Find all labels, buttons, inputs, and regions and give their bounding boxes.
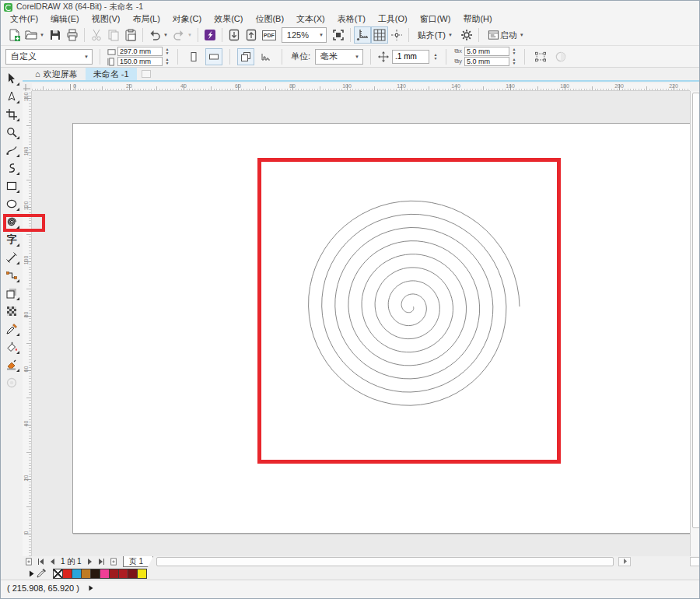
spiral-tool[interactable] [2, 212, 21, 230]
snap-to-label: 贴齐(T) [418, 30, 446, 41]
menu-item[interactable]: 效果(C) [208, 13, 249, 25]
horizontal-scrollbar-thumb[interactable] [156, 557, 614, 566]
menu-item[interactable]: 表格(T) [331, 13, 372, 25]
menu-item[interactable]: 视图(V) [86, 13, 127, 25]
zoom-tool[interactable] [2, 123, 21, 141]
shape-tool[interactable] [2, 87, 21, 105]
rectangle-tool[interactable] [2, 177, 21, 194]
options-button[interactable] [458, 26, 475, 44]
transparency-tool[interactable] [2, 302, 21, 320]
add-page-before-button[interactable] [23, 557, 34, 567]
show-guidelines-icon [390, 29, 403, 41]
freehand-tool[interactable] [2, 141, 21, 159]
vertical-ruler[interactable]: 160140120100806040200 [23, 91, 32, 556]
crop-tool[interactable] [2, 105, 21, 123]
color-swatch[interactable] [137, 569, 147, 579]
nudge-offset-input[interactable] [392, 50, 429, 64]
last-page-button[interactable] [96, 557, 108, 567]
import-button[interactable] [226, 26, 243, 44]
interactive-fill-tool-icon [6, 342, 17, 352]
text-tool[interactable]: 字 [2, 230, 21, 248]
ruler-label: 160 [506, 83, 515, 89]
pick-tool[interactable] [2, 69, 21, 87]
drop-shadow-tool[interactable] [2, 284, 21, 302]
scroll-right-button[interactable] [618, 557, 631, 566]
color-eyedropper-tool[interactable] [2, 320, 21, 338]
previous-page-button[interactable] [46, 557, 58, 567]
redo-button[interactable]: ▼ [170, 26, 194, 44]
duplicate-y-stepper[interactable]: ▲▼ [511, 58, 517, 65]
palette-eyedropper-button[interactable] [37, 569, 46, 578]
menu-item[interactable]: 文本(X) [290, 13, 331, 25]
new-button[interactable] [5, 26, 23, 44]
nudge-stepper[interactable]: ▲▼ [432, 53, 439, 61]
next-page-button[interactable] [85, 557, 96, 567]
menu-item[interactable]: 编辑(E) [44, 13, 86, 25]
menu-item[interactable]: 工具(O) [372, 13, 414, 25]
add-page-after-button[interactable] [108, 557, 120, 567]
paste-button[interactable] [122, 26, 139, 44]
fullscreen-preview-button[interactable] [330, 26, 347, 44]
show-guidelines-button[interactable] [388, 26, 405, 44]
tab-untitled-document[interactable]: 未命名 -1 [86, 68, 137, 80]
treat-as-filled-button[interactable] [532, 48, 549, 65]
window-title: CorelDRAW X8 (64-Bit) - 未命名 -1 [16, 2, 143, 12]
status-flyout-button[interactable] [89, 583, 93, 591]
page-height-input[interactable] [117, 57, 163, 66]
all-pages-size-button[interactable] [237, 48, 254, 65]
dimension-tool[interactable] [2, 248, 21, 266]
horizontal-scrollbar[interactable] [155, 557, 688, 567]
current-page-size-button[interactable] [257, 48, 275, 65]
flyout-indicator [16, 100, 19, 103]
page-preset-select[interactable]: 自定义 ▼ [5, 49, 93, 65]
drawing-canvas[interactable] [32, 91, 690, 556]
wireframe-toggle-button[interactable] [552, 48, 569, 65]
duplicate-y-input[interactable] [464, 57, 509, 66]
palette-flyout-button[interactable] [29, 570, 34, 577]
launch-button[interactable]: 启动▼ [482, 26, 530, 44]
show-grid-button[interactable] [371, 26, 388, 44]
show-rulers-button[interactable] [354, 26, 371, 44]
outline-tool[interactable] [2, 373, 21, 391]
page-width-stepper[interactable]: ▲▼ [164, 47, 170, 55]
save-button[interactable] [47, 26, 64, 44]
cut-button[interactable] [88, 26, 105, 44]
menu-item[interactable]: 对象(C) [166, 13, 208, 25]
vertical-scrollbar[interactable] [690, 91, 700, 556]
copy-button[interactable] [105, 26, 122, 44]
interactive-fill-tool[interactable] [2, 338, 21, 356]
ellipse-tool[interactable] [2, 194, 21, 212]
page-preset-value: 自定义 [11, 51, 37, 62]
page-height-stepper[interactable]: ▲▼ [164, 58, 170, 65]
horizontal-ruler[interactable]: 020406080100120140160180200220 [32, 83, 690, 91]
units-select[interactable]: 毫米 ▼ [315, 49, 363, 65]
tab-welcome-screen[interactable]: ⌂ 欢迎屏幕 [27, 68, 86, 80]
ruler-origin-corner[interactable] [23, 83, 32, 91]
page-1-tab[interactable]: 页 1 [123, 556, 153, 567]
publish-pdf-button[interactable]: PDF [260, 26, 278, 44]
artistic-media-tool[interactable] [2, 159, 21, 177]
export-button[interactable] [243, 26, 260, 44]
smart-fill-tool[interactable] [2, 356, 21, 373]
search-content-button[interactable] [201, 26, 219, 44]
vertical-scrollbar-thumb[interactable] [692, 93, 700, 528]
page-width-input[interactable] [117, 47, 163, 56]
first-page-button[interactable] [34, 557, 46, 567]
menu-item[interactable]: 文件(F) [4, 13, 44, 25]
duplicate-x-stepper[interactable]: ▲▼ [511, 47, 517, 55]
landscape-button[interactable] [205, 48, 222, 65]
menu-item[interactable]: 布局(L) [126, 13, 166, 25]
chevron-down-icon: ▼ [355, 54, 359, 59]
snap-to-button[interactable]: 贴齐(T)▼ [412, 26, 458, 44]
portrait-button[interactable] [185, 48, 202, 65]
open-button[interactable]: ▼ [23, 26, 47, 44]
undo-button[interactable]: ▼ [146, 26, 170, 44]
menu-item[interactable]: 位图(B) [249, 13, 290, 25]
menu-item[interactable]: 窗口(W) [414, 13, 457, 25]
menu-item[interactable]: 帮助(H) [457, 13, 498, 25]
duplicate-x-input[interactable] [464, 47, 509, 56]
zoom-level-select[interactable]: 125%▼ [282, 27, 327, 43]
print-button[interactable] [64, 26, 81, 44]
connector-tool[interactable] [2, 266, 21, 284]
new-tab-button[interactable] [142, 70, 151, 78]
